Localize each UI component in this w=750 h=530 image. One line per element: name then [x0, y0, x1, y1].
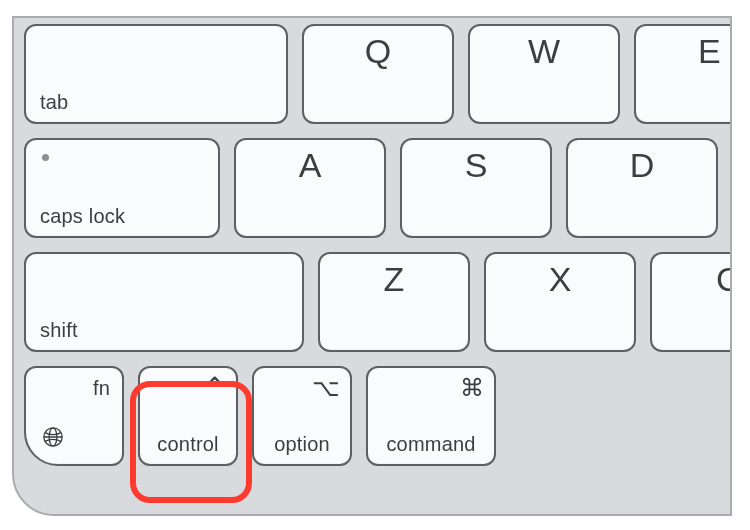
x-letter: X [549, 262, 572, 296]
a-letter: A [299, 148, 322, 182]
e-key[interactable]: E [634, 24, 732, 124]
option-label: option [274, 434, 330, 454]
keyboard-row-3: shift Z X C [24, 252, 730, 352]
s-key[interactable]: S [400, 138, 552, 238]
s-letter: S [465, 148, 488, 182]
caps-lock-indicator-icon [42, 154, 49, 161]
option-symbol-icon: ⌥ [312, 376, 340, 400]
z-key[interactable]: Z [318, 252, 470, 352]
command-key[interactable]: ⌘ command [366, 366, 496, 466]
caps-lock-key[interactable]: caps lock [24, 138, 220, 238]
control-symbol-icon: ⌃ [203, 374, 226, 402]
c-key[interactable]: C [650, 252, 732, 352]
w-key[interactable]: W [468, 24, 620, 124]
keyboard-row-2: caps lock A S D F [24, 138, 730, 238]
w-letter: W [528, 34, 560, 68]
c-letter: C [716, 262, 732, 296]
z-letter: Z [384, 262, 405, 296]
d-letter: D [630, 148, 655, 182]
control-key[interactable]: ⌃ control [138, 366, 238, 466]
globe-icon [42, 426, 64, 452]
q-letter: Q [365, 34, 391, 68]
caps-lock-label: caps lock [40, 206, 125, 226]
command-label: command [386, 434, 475, 454]
control-label: control [157, 434, 218, 454]
image-frame: tab Q W E caps lock A S [0, 0, 750, 530]
shift-label: shift [40, 320, 78, 340]
shift-key[interactable]: shift [24, 252, 304, 352]
x-key[interactable]: X [484, 252, 636, 352]
fn-key[interactable]: fn [24, 366, 124, 466]
q-key[interactable]: Q [302, 24, 454, 124]
tab-key[interactable]: tab [24, 24, 288, 124]
tab-label: tab [40, 92, 68, 112]
option-key[interactable]: ⌥ option [252, 366, 352, 466]
d-key[interactable]: D [566, 138, 718, 238]
e-letter: E [698, 34, 721, 68]
keyboard-row-4: fn ⌃ control ⌥ option [24, 366, 730, 466]
fn-label: fn [93, 378, 110, 398]
keyboard-row-1: tab Q W E [24, 24, 730, 124]
keyboard: tab Q W E caps lock A S [12, 16, 732, 516]
command-symbol-icon: ⌘ [460, 376, 484, 400]
a-key[interactable]: A [234, 138, 386, 238]
